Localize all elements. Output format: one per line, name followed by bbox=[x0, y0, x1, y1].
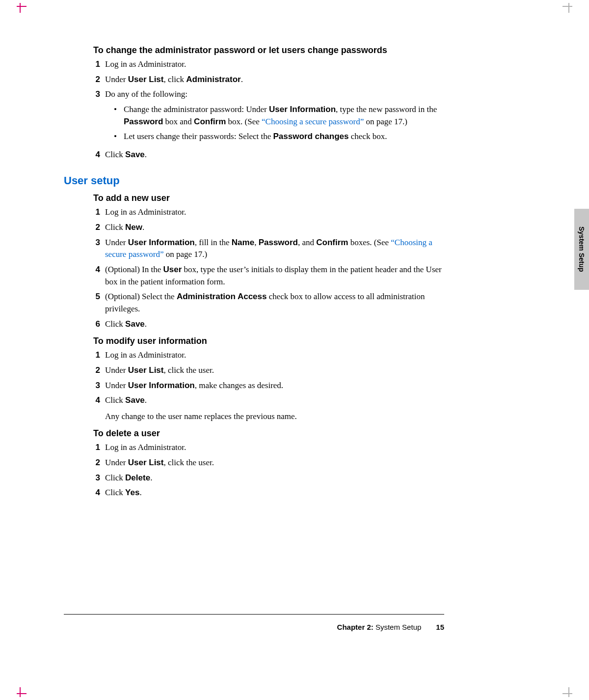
bullet-icon: • bbox=[114, 104, 119, 116]
step-number: 2 bbox=[93, 74, 100, 86]
step-number: 3 bbox=[93, 237, 100, 249]
step-text: Click Yes. bbox=[105, 487, 442, 499]
heading-user-setup: User setup bbox=[64, 174, 442, 187]
bullet-text: Let users change their passwords: Select… bbox=[124, 131, 442, 143]
step-number: 1 bbox=[93, 349, 100, 362]
step-number: 4 bbox=[93, 394, 100, 407]
bullet-text: Change the administrator password: Under… bbox=[124, 104, 442, 128]
step-number: 2 bbox=[93, 457, 100, 469]
side-tab-label: System Setup bbox=[578, 226, 586, 272]
footer-page-number: 15 bbox=[436, 623, 444, 631]
step-text: (Optional) In the User box, type the use… bbox=[105, 264, 442, 288]
step-number: 3 bbox=[93, 380, 100, 392]
procedure-title: To delete a user bbox=[93, 428, 442, 439]
footer-chapter: Chapter 2: bbox=[337, 623, 374, 631]
step-text: Do any of the following: • Change the ad… bbox=[105, 88, 442, 146]
step-text: Click Save. bbox=[105, 149, 442, 161]
step-number: 3 bbox=[93, 88, 100, 101]
step-text: Click Save. bbox=[105, 318, 442, 331]
crop-mark-tl bbox=[20, 6, 29, 16]
step-text: Click Save. bbox=[105, 394, 442, 407]
step-text: Click Delete. bbox=[105, 472, 442, 484]
step-number: 2 bbox=[93, 222, 100, 234]
step-number: 2 bbox=[93, 364, 100, 377]
footer-title: System Setup bbox=[374, 623, 422, 631]
step-text: (Optional) Select the Administration Acc… bbox=[105, 291, 442, 315]
step-text: Log in as Administrator. bbox=[105, 58, 442, 71]
step-number: 4 bbox=[93, 264, 100, 276]
step-number: 1 bbox=[93, 58, 100, 71]
procedure-title: To modify user information bbox=[93, 336, 442, 346]
step-text: Log in as Administrator. bbox=[105, 206, 442, 219]
note-text: Any change to the user name replaces the… bbox=[105, 411, 442, 423]
page-content: To change the administrator password or … bbox=[64, 39, 442, 502]
crop-mark-tr bbox=[560, 6, 569, 16]
step-text: Log in as Administrator. bbox=[105, 349, 442, 362]
step-number: 1 bbox=[93, 206, 100, 219]
step-number: 1 bbox=[93, 442, 100, 454]
step-text: Under User Information, make changes as … bbox=[105, 380, 442, 392]
procedure-title: To change the administrator password or … bbox=[93, 45, 442, 56]
step-text: Click New. bbox=[105, 222, 442, 234]
footer-rule bbox=[64, 614, 444, 615]
step-number: 4 bbox=[93, 487, 100, 499]
step-number: 4 bbox=[93, 149, 100, 161]
crop-mark-br bbox=[560, 684, 569, 694]
step-text: Under User List, click the user. bbox=[105, 364, 442, 377]
procedure-title: To add a new user bbox=[93, 193, 442, 203]
cross-ref-link[interactable]: “Choosing a secure password” bbox=[262, 117, 364, 126]
step-text: Under User List, click Administrator. bbox=[105, 74, 442, 86]
step-number: 6 bbox=[93, 318, 100, 331]
crop-mark-bl bbox=[20, 684, 29, 694]
step-number: 5 bbox=[93, 291, 100, 303]
page-footer: Chapter 2: System Setup15 bbox=[64, 623, 444, 631]
bullet-icon: • bbox=[114, 131, 119, 143]
step-text: Log in as Administrator. bbox=[105, 442, 442, 454]
step-number: 3 bbox=[93, 472, 100, 484]
step-text: Under User List, click the user. bbox=[105, 457, 442, 469]
step-text: Under User Information, fill in the Name… bbox=[105, 237, 442, 261]
side-tab: System Setup bbox=[574, 209, 589, 290]
